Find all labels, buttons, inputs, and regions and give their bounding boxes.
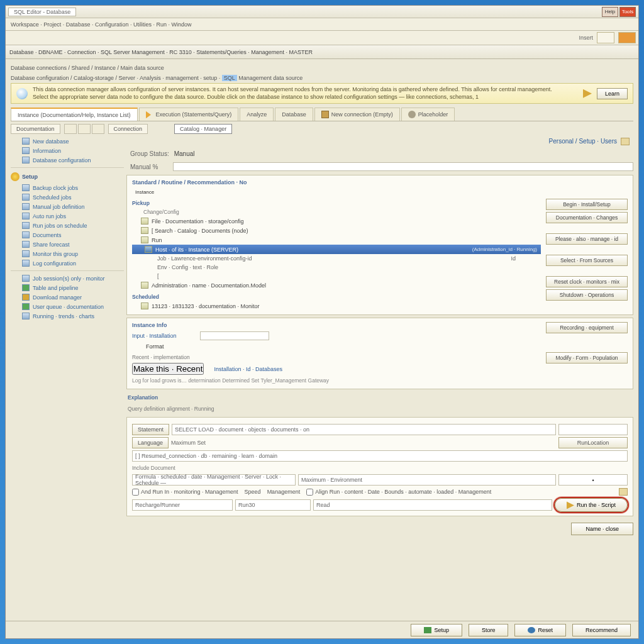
btn-shutdown[interactable]: Shutdown · Operations — [546, 289, 628, 301]
sub-tab-catalog[interactable]: Catalog · Manager — [174, 124, 232, 134]
btn-reset-monitors[interactable]: Reset clock · monitors · mix — [546, 276, 628, 287]
sidebar-item-sched[interactable]: Scheduled jobs — [11, 192, 124, 202]
close-window-button[interactable]: Tools — [619, 7, 636, 17]
chk-monitoring[interactable]: And Run In · monitoring · Management — [132, 489, 238, 496]
download-icon — [22, 294, 30, 301]
sidebar-item-log[interactable]: Log configuration — [11, 258, 124, 268]
tab-database[interactable]: Database — [275, 108, 313, 121]
filter-bar: Documentation Connection Catalog · Manag… — [11, 121, 633, 136]
tree-item[interactable]: File · Documentation · storage/config — [132, 216, 541, 226]
menubar[interactable]: Workspace · Project · Database · Configu… — [6, 18, 638, 31]
breadcrumb: Database connections / Shared / Instance… — [11, 63, 633, 73]
sidebar-item-info[interactable]: Information — [11, 146, 124, 155]
sidebar-label: Share forecast — [33, 242, 70, 248]
close-row: Name · close — [126, 519, 633, 536]
run-script-button[interactable]: Run the · Script — [555, 498, 628, 512]
chk-align-box[interactable] — [306, 489, 313, 496]
sidebar-item-session[interactable]: Job session(s) only · monitor — [11, 274, 124, 283]
filter-mini-2[interactable] — [78, 124, 91, 134]
env-aux[interactable]: • — [558, 474, 628, 486]
btn-make-recent[interactable]: Make this · Recent — [132, 363, 204, 375]
tree-subitem[interactable]: Env · Config · text · Role — [140, 263, 541, 272]
env-input[interactable]: Maximum · Environment — [298, 474, 556, 486]
tree-item-sched[interactable]: 13123 · 1831323 · documentation · Monito… — [132, 301, 541, 311]
filter-mini-3[interactable] — [92, 124, 104, 134]
btn-recording[interactable]: Recording · equipment — [546, 322, 628, 333]
link-install[interactable]: Input · Installation — [132, 333, 195, 339]
secondary-toolbar: Insert — [6, 31, 638, 45]
sidebar-item-manual[interactable]: Manual job definition — [11, 202, 124, 211]
btn-statement[interactable]: Statement — [132, 424, 169, 435]
queue-icon — [22, 303, 30, 310]
tree-item[interactable]: Run — [132, 235, 541, 245]
btn-begin-install[interactable]: Begin · Install/Setup — [546, 199, 628, 210]
pct-input[interactable] — [173, 162, 633, 171]
bottom-recommend[interactable]: Recommend — [572, 624, 631, 636]
tab-execution[interactable]: Execution (Statements/Query) — [139, 108, 239, 121]
filter-connection[interactable]: Connection — [108, 124, 148, 134]
sidebar-label: Backup clock jobs — [33, 185, 78, 191]
sidebar-item-auto[interactable]: Auto run jobs — [11, 211, 124, 221]
run-label: Run the · Script — [577, 502, 616, 508]
btn-runlocation[interactable]: RunLocation — [558, 437, 628, 448]
statement-input[interactable]: SELECT LOAD · document · objects · docum… — [172, 424, 556, 435]
btn-modify-form[interactable]: Modify · Form · Population — [546, 352, 628, 364]
group-label: Setup — [22, 174, 38, 180]
sidebar-item-runjobs[interactable]: Run jobs on schedule — [11, 221, 124, 230]
tab-placeholder[interactable]: Placeholder — [401, 108, 455, 121]
sidebar-item-queue[interactable]: User queue · documentation — [11, 302, 124, 311]
sidebar-label: Run jobs on schedule — [33, 223, 87, 229]
details-header-link[interactable]: Personal / Setup · Users — [549, 138, 617, 145]
tree-subitem[interactable]: [ — [140, 272, 541, 280]
help-button[interactable]: Help — [602, 7, 618, 17]
sidebar-item-trends[interactable]: Running · trends · charts — [11, 311, 124, 321]
resume-input[interactable]: [ ] Resumed_connection · db · remaining … — [132, 450, 628, 462]
field-input-install: Input · Installation — [132, 330, 541, 341]
chk-monitoring-box[interactable] — [132, 489, 139, 496]
tool-icon-2[interactable] — [618, 32, 636, 43]
install-input[interactable] — [200, 331, 269, 340]
bottom-store[interactable]: Store — [469, 624, 509, 636]
title-tab[interactable]: SQL Editor - Database — [8, 8, 76, 16]
tab-new-connection[interactable]: New connection (Empty) — [314, 108, 400, 121]
btn-manage-id[interactable]: Please · also · manage · id — [546, 233, 628, 245]
sidebar-item-docs[interactable]: Documents — [11, 230, 124, 240]
tab-instance[interactable]: Instance (Documentation/Help, Instance L… — [11, 108, 138, 121]
formula-input[interactable]: Formula · scheduled · date · Management … — [132, 474, 296, 486]
sidebar-item-table[interactable]: Table and pipeline — [11, 283, 124, 292]
sidebar-item-monitor[interactable]: Monitor this group — [11, 249, 124, 258]
ft-col3: Read — [313, 499, 552, 511]
btn-doc-changes[interactable]: Documentation · Changes — [546, 212, 628, 223]
btn-language[interactable]: Language — [132, 437, 169, 448]
field-label-link[interactable]: Manual % — [130, 164, 168, 170]
sidebar-item-dbconfig[interactable]: Database configuration — [11, 155, 124, 165]
tree: Pickup Change/Config File · Documentatio… — [132, 199, 541, 311]
tree-item[interactable]: Administration · name · Documentation.Mo… — [132, 280, 541, 290]
link-impl-db[interactable]: Installation · Id · Databases — [214, 366, 282, 372]
sidebar-item-download[interactable]: Download manager — [11, 292, 124, 302]
sidebar-item-new-db[interactable]: New database — [11, 136, 124, 146]
close-button[interactable]: Name · close — [571, 523, 633, 535]
field-manual-pct: Manual % — [126, 161, 633, 172]
grid-row-4: Formula · scheduled · date · Management … — [132, 474, 628, 486]
sidebar-item-share[interactable]: Share forecast — [11, 240, 124, 249]
filter-documentation[interactable]: Documentation — [11, 124, 60, 134]
banner-learn-button[interactable]: Learn — [597, 88, 628, 99]
info-banner: This data connection manager allows conf… — [11, 83, 633, 104]
tool-icon-1[interactable] — [597, 32, 614, 43]
reset-icon — [528, 627, 535, 633]
tree-item-selected[interactable]: Host · of its · Instance (SERVER) (Admin… — [132, 245, 541, 254]
btn-select-sources[interactable]: Select · From Sources — [546, 255, 628, 266]
mgmt-label: Management — [267, 489, 301, 495]
chk-align[interactable]: Align Run · content · Date · Bounds · au… — [306, 489, 491, 496]
tab-instance-label: Instance (Documentation/Help, Instance L… — [18, 112, 131, 118]
statement-aux[interactable] — [558, 424, 628, 435]
filter-mini-1[interactable] — [64, 124, 77, 134]
tab-analyze[interactable]: Analyze — [240, 108, 274, 121]
bottom-reset[interactable]: Reset — [514, 624, 566, 636]
bottom-setup[interactable]: Setup — [411, 624, 462, 636]
tree-subitem[interactable]: Job · Lawrence-environment-config-idId — [140, 254, 541, 263]
tree-item[interactable]: [ Search · Catalog · Documents (node) — [132, 226, 541, 235]
sidebar-item-backup[interactable]: Backup clock jobs — [11, 183, 124, 192]
divider — [11, 270, 124, 271]
